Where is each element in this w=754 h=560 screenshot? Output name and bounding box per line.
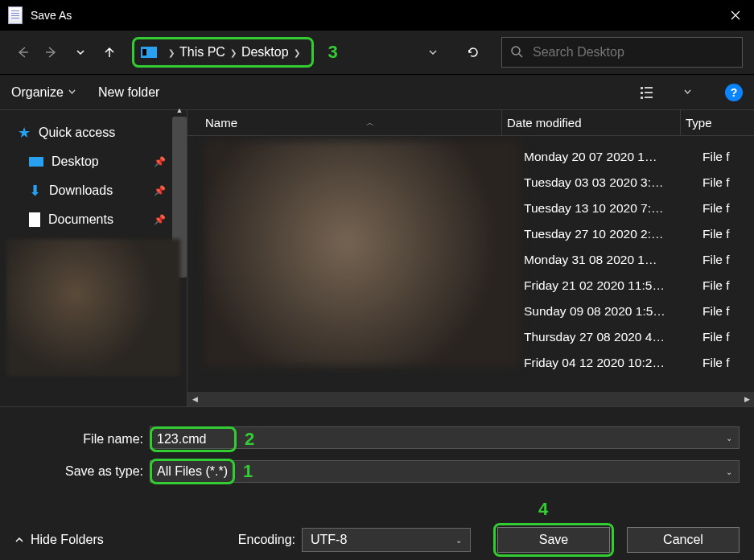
column-date-header[interactable]: Date modified <box>501 110 680 135</box>
file-type: File f <box>698 330 754 344</box>
nav-forward-button[interactable] <box>40 41 63 64</box>
save-button[interactable]: Save <box>497 527 610 553</box>
callout-2: 2 <box>241 429 258 450</box>
column-label: Name <box>205 116 237 130</box>
chevron-down-icon <box>68 89 76 96</box>
column-type-header[interactable]: Type <box>680 110 754 135</box>
address-dropdown-button[interactable] <box>419 39 447 66</box>
file-row[interactable]: Friday 21 02 2020 11:5…File f <box>519 273 754 299</box>
content-area: ▲ ★ Quick access Desktop 📌 ⬇ Downloads 📌… <box>0 109 754 407</box>
save-highlight: Save <box>493 523 614 557</box>
organize-button[interactable]: Organize <box>11 85 76 100</box>
chevron-down-icon <box>76 47 85 57</box>
file-type: File f <box>698 201 754 216</box>
file-row[interactable]: Friday 04 12 2020 10:2…File f <box>519 350 754 376</box>
help-button[interactable]: ? <box>725 84 743 101</box>
arrow-left-icon <box>15 45 30 60</box>
arrow-right-icon <box>44 45 59 60</box>
file-row[interactable]: Tuesday 03 03 2020 3:…File f <box>519 170 754 196</box>
file-pane: Name ︿ Date modified Type Monday 20 07 2… <box>187 110 754 406</box>
svg-point-0 <box>512 47 520 55</box>
chevron-down-icon[interactable] <box>684 89 691 96</box>
refresh-button[interactable] <box>459 39 487 66</box>
close-button[interactable] <box>717 0 754 31</box>
chevron-right-icon: ❯ <box>294 48 300 57</box>
filename-input[interactable] <box>157 432 229 447</box>
column-name-header[interactable]: Name ︿ <box>187 116 501 130</box>
encoding-label: Encoding: <box>238 533 295 547</box>
file-date: Monday 20 07 2020 1… <box>519 150 698 164</box>
new-folder-button[interactable]: New folder <box>98 85 159 100</box>
scroll-up-button[interactable]: ▲ <box>172 104 187 117</box>
sidebar-item-label: Desktop <box>52 154 99 169</box>
encoding-combo[interactable]: UTF-8 ⌄ <box>302 528 471 552</box>
sidebar: ▲ ★ Quick access Desktop 📌 ⬇ Downloads 📌… <box>0 110 187 406</box>
file-type: File f <box>698 278 754 293</box>
file-date: Monday 31 08 2020 1… <box>519 253 698 267</box>
nav-recent-button[interactable] <box>69 41 92 64</box>
file-row[interactable]: Tuesday 13 10 2020 7:…File f <box>519 196 754 221</box>
sidebar-item-desktop[interactable]: Desktop 📌 <box>0 147 187 176</box>
file-type: File f <box>698 175 754 190</box>
file-type: File f <box>698 304 754 319</box>
sort-indicator-icon: ︿ <box>366 117 374 129</box>
chevron-down-icon: ⌄ <box>455 536 462 545</box>
save-form: File name: 2 ⌄ Save as type: ⌄ All Files… <box>0 407 754 488</box>
breadcrumb[interactable]: ❯ This PC ❯ Desktop ❯ <box>132 37 314 68</box>
search-box[interactable] <box>501 37 743 68</box>
savetype-value: All Files (*.*) <box>157 464 228 479</box>
title-bar: Save As <box>0 0 754 31</box>
file-row[interactable]: Monday 31 08 2020 1…File f <box>519 247 754 273</box>
svg-rect-1 <box>641 87 643 89</box>
cancel-button[interactable]: Cancel <box>627 527 740 553</box>
sidebar-item-label: Downloads <box>49 183 113 198</box>
file-row[interactable]: Thursday 27 08 2020 4…File f <box>519 324 754 350</box>
views-icon <box>641 85 658 100</box>
scroll-right-button[interactable]: ▶ <box>740 395 754 403</box>
search-icon <box>510 45 525 60</box>
hide-folders-button[interactable]: Hide Folders <box>14 533 104 547</box>
file-row[interactable]: Monday 20 07 2020 1…File f <box>519 144 754 170</box>
file-list: Monday 20 07 2020 1…File fTuesday 03 03 … <box>187 136 754 392</box>
this-pc-icon <box>141 47 157 58</box>
sidebar-quick-access[interactable]: ★ Quick access <box>0 118 187 147</box>
file-type: File f <box>698 253 754 267</box>
horizontal-scrollbar[interactable]: ◀ ▶ <box>187 392 754 406</box>
nav-up-button[interactable] <box>98 41 121 64</box>
pin-icon: 📌 <box>154 156 166 167</box>
view-options-button[interactable] <box>637 83 661 102</box>
notepad-icon <box>8 6 23 24</box>
chevron-right-icon: ❯ <box>230 48 237 57</box>
file-row[interactable]: Sunday 09 08 2020 1:5…File f <box>519 299 754 324</box>
file-date: Sunday 09 08 2020 1:5… <box>519 304 698 319</box>
sidebar-item-label: Documents <box>48 212 113 227</box>
download-icon: ⬇ <box>29 182 41 200</box>
star-icon: ★ <box>18 124 31 142</box>
file-date: Tuesday 27 10 2020 2:… <box>519 227 698 241</box>
file-date: Thursday 27 08 2020 4… <box>519 330 698 344</box>
quick-access-label: Quick access <box>39 126 115 140</box>
chevron-up-icon <box>14 535 24 545</box>
new-folder-label: New folder <box>98 85 159 100</box>
file-date: Friday 04 12 2020 10:2… <box>519 356 698 370</box>
file-date: Tuesday 03 03 2020 3:… <box>519 175 698 190</box>
arrow-up-icon <box>102 45 117 60</box>
chevron-right-icon: ❯ <box>168 48 175 57</box>
callout-3: 3 <box>325 42 341 63</box>
breadcrumb-desktop[interactable]: Desktop <box>241 45 289 60</box>
sidebar-item-downloads[interactable]: ⬇ Downloads 📌 <box>0 176 187 205</box>
nav-back-button[interactable] <box>11 41 34 64</box>
scroll-left-button[interactable]: ◀ <box>187 395 202 403</box>
svg-rect-3 <box>641 92 643 94</box>
pin-icon: 📌 <box>154 185 166 196</box>
nav-bar: ❯ This PC ❯ Desktop ❯ 3 <box>0 31 754 74</box>
file-date: Tuesday 13 10 2020 7:… <box>519 201 698 216</box>
search-input[interactable] <box>533 45 734 60</box>
savetype-highlight: All Files (*.*) <box>150 459 235 484</box>
bottom-bar: Hide Folders Encoding: UTF-8 ⌄ 4 Save Ca… <box>0 520 754 560</box>
file-row[interactable]: Tuesday 27 10 2020 2:…File f <box>519 221 754 247</box>
sidebar-item-documents[interactable]: Documents 📌 <box>0 205 187 234</box>
svg-rect-5 <box>641 97 643 99</box>
pin-icon: 📌 <box>154 214 166 225</box>
breadcrumb-this-pc[interactable]: This PC <box>179 45 225 60</box>
